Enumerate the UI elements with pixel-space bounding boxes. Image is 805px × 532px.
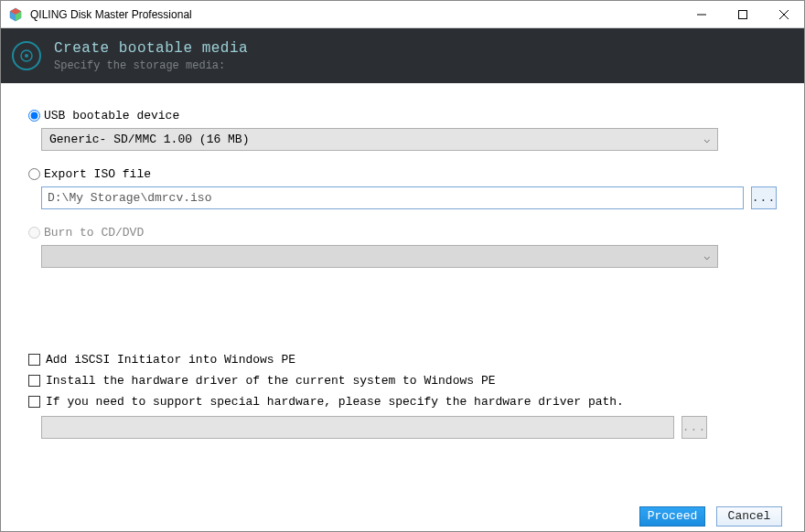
- iso-path-input[interactable]: [41, 186, 744, 209]
- iso-browse-button[interactable]: ...: [751, 186, 777, 209]
- driver-browse-button: ...: [682, 416, 707, 439]
- radio-usb-input[interactable]: [28, 110, 40, 122]
- close-button[interactable]: [763, 1, 804, 27]
- svg-rect-4: [738, 10, 746, 18]
- usb-device-value: Generic- SD/MMC 1.00 (16 MB): [49, 133, 703, 146]
- wizard-subtitle: Specify the storage media:: [54, 59, 248, 72]
- check-driver-current-row[interactable]: Install the hardware driver of the curre…: [28, 374, 777, 388]
- wizard-title: Create bootable media: [54, 40, 248, 57]
- radio-iso[interactable]: Export ISO file: [28, 167, 777, 181]
- radio-usb-label: USB bootable device: [44, 109, 179, 122]
- radio-burn: Burn to CD/DVD: [28, 226, 777, 239]
- app-icon: [8, 7, 23, 22]
- radio-burn-input: [28, 227, 40, 239]
- chevron-down-icon: ⌵: [703, 250, 710, 262]
- radio-iso-input[interactable]: [28, 168, 40, 180]
- check-driver-special-label: If you need to support special hardware,…: [46, 395, 624, 409]
- svg-point-8: [25, 54, 28, 58]
- check-iscsi[interactable]: [28, 354, 40, 366]
- footer: Proceed Cancel: [1, 500, 804, 532]
- check-iscsi-row[interactable]: Add iSCSI Initiator into Windows PE: [28, 353, 777, 367]
- radio-iso-label: Export ISO file: [44, 167, 151, 181]
- check-iscsi-label: Add iSCSI Initiator into Windows PE: [46, 353, 295, 367]
- content-area: USB bootable device Generic- SD/MMC 1.00…: [1, 83, 804, 439]
- chevron-down-icon: ⌵: [703, 133, 710, 145]
- minimize-button[interactable]: [681, 1, 722, 27]
- window-title: QILING Disk Master Professional: [30, 8, 681, 21]
- check-driver-current[interactable]: [28, 375, 40, 387]
- check-driver-special[interactable]: [28, 396, 40, 408]
- usb-device-select[interactable]: Generic- SD/MMC 1.00 (16 MB) ⌵: [41, 128, 718, 151]
- wizard-header: Create bootable media Specify the storag…: [1, 28, 804, 83]
- radio-burn-label: Burn to CD/DVD: [44, 226, 144, 239]
- proceed-button[interactable]: Proceed: [639, 506, 705, 527]
- cancel-button[interactable]: Cancel: [716, 506, 782, 527]
- burn-device-select: ⌵: [41, 245, 718, 268]
- check-driver-special-row[interactable]: If you need to support special hardware,…: [28, 395, 777, 409]
- check-driver-current-label: Install the hardware driver of the curre…: [46, 374, 495, 388]
- titlebar: QILING Disk Master Professional: [1, 1, 804, 28]
- maximize-button[interactable]: [722, 1, 763, 27]
- wizard-icon: [12, 41, 41, 70]
- radio-usb[interactable]: USB bootable device: [28, 109, 777, 122]
- driver-path-input: [41, 416, 674, 439]
